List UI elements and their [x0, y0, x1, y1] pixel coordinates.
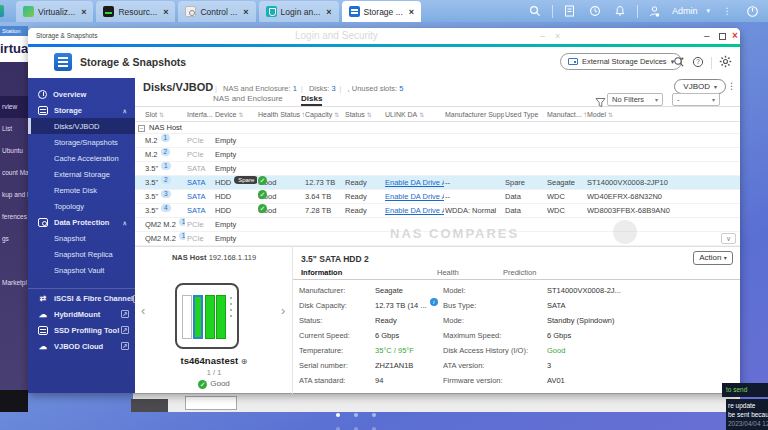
notepad-icon[interactable]: [562, 3, 578, 19]
watermark-logo: [613, 220, 637, 244]
storage-snapshots-icon: [54, 53, 72, 71]
sidebar-item-iscsi-fibre-channel[interactable]: ⇄iSCSI & Fibre Channel↗: [28, 288, 135, 306]
taskbar-tab-resourc[interactable]: Resourc...×: [96, 1, 175, 22]
vstation-item-gs[interactable]: gs: [0, 228, 28, 250]
prev-nas-arrow[interactable]: ‹: [141, 303, 145, 318]
desktop-page-dots[interactable]: [336, 413, 376, 430]
nas-preview-panel: NAS Host 192.168.1.119 ‹ › ts464nastest …: [135, 247, 293, 394]
spare-badge: Spare: [234, 176, 257, 184]
disk-tab-information[interactable]: Information: [301, 267, 342, 279]
sidebar-item-topology[interactable]: Topology: [28, 198, 135, 214]
nas-front-image[interactable]: [175, 283, 239, 349]
user-avatar-icon[interactable]: [647, 3, 663, 19]
window-titlebar[interactable]: Storage & Snapshots Login and Security –…: [28, 28, 740, 44]
sidebar-item-storage-snapshots[interactable]: Storage/Snapshots: [28, 134, 135, 150]
disk-row-m-2-1[interactable]: M.21PCIeEmpty: [135, 134, 740, 148]
virtualization-station-window[interactable]: Station irtual rviewListUbuntucount Mank…: [0, 26, 28, 390]
sidebar-item-data-protection[interactable]: Data Protection∧: [28, 214, 135, 230]
nas-status: ✓Good: [135, 379, 293, 389]
close-tab-icon[interactable]: ×: [243, 7, 248, 17]
close-tab-icon[interactable]: ×: [409, 7, 414, 17]
storage-snapshots-window: Storage & Snapshots Login and Security –…: [28, 28, 740, 393]
drive-bay-2-selected[interactable]: [193, 295, 203, 339]
admin-user-label[interactable]: Admin: [672, 6, 698, 16]
disk-table-body: M.21PCIeEmptyM.22PCIeEmpty3.5"1SATAEmpty…: [135, 78, 740, 248]
sidebar-item-cache-acceleration[interactable]: Cache Acceleration: [28, 150, 135, 166]
disk-row-m-2-2[interactable]: M.22PCIeEmpty: [135, 148, 740, 162]
disk-tab-prediction[interactable]: Prediction: [503, 267, 536, 279]
vstation-tab[interactable]: Station: [0, 26, 28, 36]
background-task-icon[interactable]: [587, 3, 603, 19]
settings-gear-icon[interactable]: [719, 55, 732, 70]
sidebar-item-snapshot-replica[interactable]: Snapshot Replica: [28, 246, 135, 262]
external-link-icon[interactable]: ↗: [121, 310, 129, 318]
info-icon[interactable]: i: [430, 298, 438, 306]
collapse-table-button[interactable]: ∨: [721, 233, 736, 244]
vstation-item-count-man[interactable]: count Man: [0, 162, 28, 184]
sidebar-item-vjbod-cloud[interactable]: ☁VJBOD Cloud↗: [28, 338, 135, 354]
disk-tab-health[interactable]: Health: [437, 267, 459, 279]
sidebar-item-remote-disk[interactable]: Remote Disk: [28, 182, 135, 198]
external-storage-devices-button[interactable]: External Storage Devices ▾: [560, 53, 682, 70]
da-analysis-link[interactable]: Enable DA Drive Analy...: [385, 204, 444, 218]
vstation-item-ubuntu[interactable]: Ubuntu: [0, 140, 28, 162]
sidebar-item-ssd-profiling-tool[interactable]: SSD Profiling Tool↗: [28, 322, 135, 338]
chevron-down-icon[interactable]: ▾: [706, 7, 710, 15]
vstation-item-ferences[interactable]: ferences: [0, 206, 28, 228]
toast-line: be sent because: [728, 410, 767, 419]
close-button[interactable]: ×: [732, 30, 738, 41]
bg-minimize-icon: –: [540, 31, 545, 41]
taskbar-tab-login-an[interactable]: Login an...×: [259, 1, 339, 22]
disk-row-3-5-1[interactable]: 3.5"1SATAEmpty: [135, 162, 740, 176]
sidebar-item-disks-vjbod[interactable]: Disks/VJBOD: [28, 118, 135, 134]
vstation-item-rview[interactable]: rview: [0, 96, 28, 118]
field-label: Firmware version:: [443, 373, 545, 388]
taskbar-tab-storage[interactable]: Storage ...×: [342, 1, 421, 22]
watermark-text: NAS COMPARES: [390, 226, 519, 241]
notification-toast-small[interactable]: to send: [722, 383, 768, 397]
field-value: SATA: [547, 298, 737, 313]
drive-bay-1-empty[interactable]: [182, 295, 192, 339]
divider: [711, 57, 712, 69]
action-button[interactable]: Action ▾: [693, 251, 733, 265]
disk-row-3-5-2[interactable]: 3.5"2SATAHDDSpare✓Good12.73 TBReadyEnabl…: [135, 176, 740, 190]
minimize-button[interactable]: –: [704, 30, 710, 41]
disk-row-3-5-4[interactable]: 3.5"4SATAHDD✓Good7.28 TBReadyEnable DA D…: [135, 204, 740, 218]
sidebar-item-hybridmount[interactable]: ☁HybridMount↗: [28, 306, 135, 322]
global-settings-search-icon[interactable]: [673, 56, 685, 70]
taskbar-tab-virtualiz[interactable]: Virtualiz...×: [16, 1, 93, 22]
drive-bay-3[interactable]: [205, 295, 215, 339]
next-nas-arrow[interactable]: ›: [281, 303, 285, 318]
external-link-icon[interactable]: ↗: [121, 342, 129, 350]
vstation-item-marketpl[interactable]: Marketpl: [0, 272, 28, 294]
help-icon[interactable]: ?: [692, 56, 704, 70]
drive-bay-4[interactable]: [216, 295, 226, 339]
notification-bell-icon[interactable]: [612, 3, 628, 19]
main-content: Disks/VJBOD | NAS and Enclosure: 1| Disk…: [135, 78, 740, 393]
sidebar-item-snapshot[interactable]: Snapshot: [28, 230, 135, 246]
close-tab-icon[interactable]: ×: [81, 7, 86, 17]
monitor-icon: [103, 6, 114, 17]
field-label: ATA standard:: [299, 373, 375, 388]
da-analysis-link[interactable]: Enable DA Drive Analy...: [385, 190, 444, 204]
close-tab-icon[interactable]: ×: [326, 7, 331, 17]
da-analysis-link[interactable]: Enable DA Drive Analy...: [385, 176, 444, 190]
disks-icon: [38, 106, 48, 115]
sidebar-item-external-storage[interactable]: External Storage: [28, 166, 135, 182]
disk-row-3-5-3[interactable]: 3.5"3SATAHDD✓Good3.64 TBReadyEnable DA D…: [135, 190, 740, 204]
vstation-item-kup-and-r[interactable]: kup and R: [0, 184, 28, 206]
external-link-icon[interactable]: ↗: [121, 326, 129, 334]
vstation-item-list[interactable]: List: [0, 118, 28, 140]
nas-name[interactable]: ts464nastest ⊕: [135, 355, 293, 366]
close-tab-icon[interactable]: ×: [163, 7, 168, 17]
notification-toast[interactable]: re updatebe sent because2023/04/04 12:0: [726, 399, 768, 430]
search-icon[interactable]: [527, 3, 543, 19]
sidebar-item-snapshot-vault[interactable]: Snapshot Vault: [28, 262, 135, 278]
sidebar-item-storage[interactable]: Storage∧: [28, 102, 135, 118]
more-options-icon[interactable]: ⋮: [719, 3, 735, 19]
maximize-button[interactable]: [719, 33, 726, 40]
taskbar-tab-control[interactable]: Control ...×: [178, 1, 255, 22]
power-icon[interactable]: [744, 3, 760, 19]
vstation-sidebar: rviewListUbuntucount Mankup and Rference…: [0, 62, 28, 390]
sidebar-item-overview[interactable]: Overview: [28, 86, 135, 102]
